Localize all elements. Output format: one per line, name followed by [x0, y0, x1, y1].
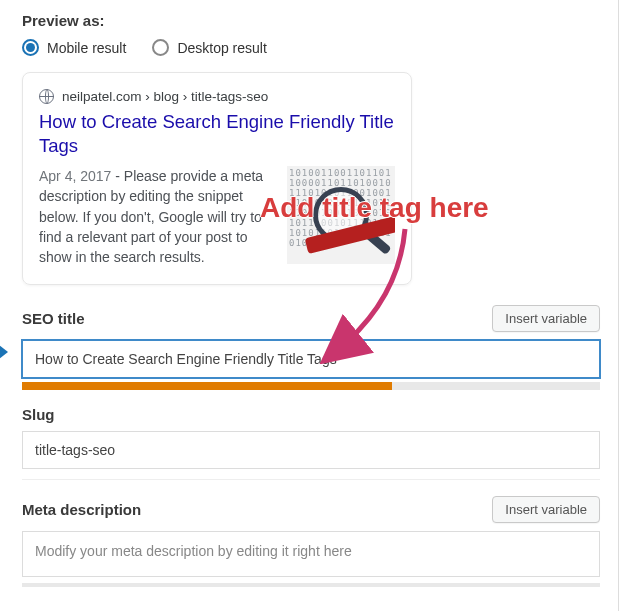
insert-variable-button[interactable]: Insert variable [492, 305, 600, 332]
insert-variable-button[interactable]: Insert variable [492, 496, 600, 523]
serp-date: Apr 4, 2017 [39, 168, 111, 184]
magnifier-icon [313, 187, 369, 243]
globe-icon [39, 89, 54, 104]
meta-description-progress [22, 583, 600, 587]
serp-title: How to Create Search Engine Friendly Tit… [39, 110, 395, 158]
serp-breadcrumb: neilpatel.com › blog › title-tags-seo [62, 89, 268, 104]
seo-title-block: SEO title Insert variable [22, 305, 600, 390]
active-section-caret [0, 345, 8, 359]
serp-thumbnail: 1010011001101101100001101101001011101010… [287, 166, 395, 264]
radio-label: Desktop result [177, 40, 266, 56]
serp-sep: - [111, 168, 123, 184]
meta-description-label: Meta description [22, 501, 141, 518]
preview-radio-group: Mobile result Desktop result [22, 39, 600, 56]
radio-desktop-result[interactable]: Desktop result [152, 39, 266, 56]
seo-title-input[interactable] [22, 340, 600, 378]
slug-label: Slug [22, 406, 55, 423]
serp-breadcrumb-row: neilpatel.com › blog › title-tags-seo [39, 89, 395, 104]
seo-title-progress [22, 382, 600, 390]
preview-as-label: Preview as: [22, 12, 600, 29]
radio-label: Mobile result [47, 40, 126, 56]
radio-mobile-result[interactable]: Mobile result [22, 39, 126, 56]
meta-description-input[interactable]: Modify your meta description by editing … [22, 531, 600, 577]
serp-preview-card: neilpatel.com › blog › title-tags-seo Ho… [22, 72, 412, 285]
seo-title-label: SEO title [22, 310, 85, 327]
radio-icon [22, 39, 39, 56]
divider [22, 479, 600, 480]
radio-icon [152, 39, 169, 56]
meta-description-block: Meta description Insert variable Modify … [22, 496, 600, 587]
slug-input[interactable] [22, 431, 600, 469]
slug-block: Slug [22, 406, 600, 480]
